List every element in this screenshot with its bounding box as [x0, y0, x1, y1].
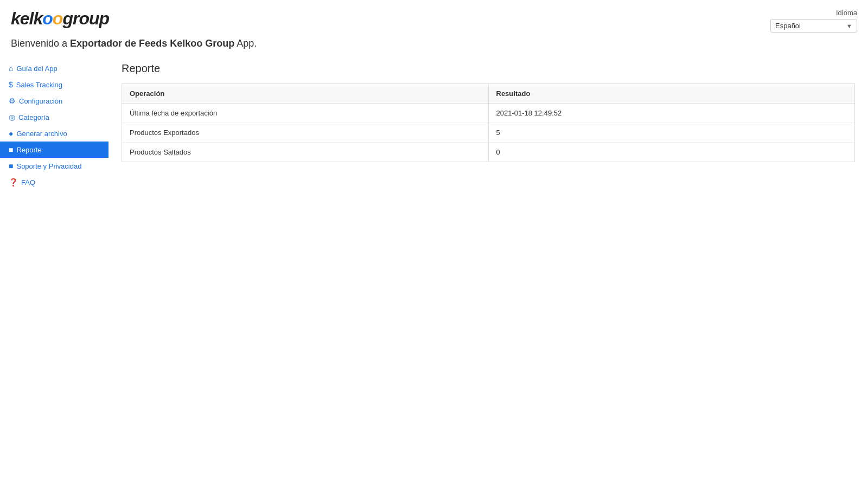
- cell-resultado-1: 5: [488, 123, 855, 143]
- report-icon: ■: [9, 145, 13, 154]
- language-section: Idioma Español ▼: [770, 9, 857, 33]
- chevron-down-icon: ▼: [846, 23, 852, 29]
- logo-text-kelk: kelk: [11, 9, 42, 28]
- main-content: Reporte Operación Resultado Última fecha…: [108, 58, 868, 192]
- language-selected-value: Español: [775, 22, 801, 30]
- report-table: Operación Resultado Última fecha de expo…: [122, 84, 855, 162]
- welcome-suffix: App.: [234, 38, 257, 49]
- sidebar-item-sales-tracking[interactable]: $ Sales Tracking: [0, 76, 108, 93]
- logo-group: group: [62, 9, 109, 28]
- sidebar-item-guia-label: Guía del App: [16, 65, 57, 73]
- logo-o2: o: [53, 9, 63, 28]
- welcome-bold: Exportador de Feeds Kelkoo Group: [70, 38, 234, 49]
- file-icon: ●: [9, 129, 13, 138]
- dollar-icon: $: [9, 80, 13, 89]
- logo-o1: o: [42, 9, 53, 28]
- logo: kelkoogroup: [11, 9, 109, 29]
- home-icon: ⌂: [9, 64, 13, 73]
- sidebar-item-reporte[interactable]: ■ Reporte: [0, 142, 108, 158]
- cell-resultado-2: 0: [488, 143, 855, 162]
- sidebar-item-reporte-label: Reporte: [16, 146, 41, 154]
- section-title: Reporte: [122, 62, 855, 75]
- cell-operacion-1: Productos Exportados: [122, 123, 489, 143]
- sidebar: ⌂ Guía del App $ Sales Tracking ⚙ Config…: [0, 58, 108, 192]
- column-header-operacion: Operación: [122, 84, 489, 104]
- cell-operacion-0: Última fecha de exportación: [122, 104, 489, 123]
- table-row: Productos Exportados5: [122, 123, 855, 143]
- column-header-resultado: Resultado: [488, 84, 855, 104]
- logo-area: kelkoogroup: [11, 9, 109, 29]
- main-layout: ⌂ Guía del App $ Sales Tracking ⚙ Config…: [0, 58, 868, 192]
- sidebar-item-faq-label: FAQ: [21, 178, 35, 187]
- language-selector[interactable]: Español ▼: [770, 19, 857, 33]
- sidebar-item-sales-tracking-label: Sales Tracking: [16, 81, 62, 89]
- welcome-message: Bienvenido a Exportador de Feeds Kelkoo …: [0, 33, 868, 58]
- table-header-row: Operación Resultado: [122, 84, 855, 104]
- cell-operacion-2: Productos Saltados: [122, 143, 489, 162]
- welcome-prefix: Bienvenido a: [11, 38, 70, 49]
- sidebar-item-guia[interactable]: ⌂ Guía del App: [0, 60, 108, 76]
- sidebar-item-generar-archivo[interactable]: ● Generar archivo: [0, 125, 108, 142]
- sidebar-item-configuracion-label: Configuración: [19, 97, 62, 105]
- table-row: Última fecha de exportación2021-01-18 12…: [122, 104, 855, 123]
- support-icon: ■: [9, 162, 13, 170]
- sidebar-item-categoria[interactable]: ◎ Categoría: [0, 109, 108, 125]
- table-row: Productos Saltados0: [122, 143, 855, 162]
- cell-resultado-0: 2021-01-18 12:49:52: [488, 104, 855, 123]
- header: kelkoogroup Idioma Español ▼: [0, 0, 868, 33]
- sidebar-item-faq[interactable]: ❓ FAQ: [0, 174, 108, 190]
- sidebar-item-soporte[interactable]: ■ Soporte y Privacidad: [0, 158, 108, 174]
- sidebar-item-configuracion[interactable]: ⚙ Configuración: [0, 93, 108, 109]
- sidebar-item-categoria-label: Categoría: [18, 113, 49, 121]
- faq-icon: ❓: [9, 178, 18, 187]
- sidebar-item-generar-archivo-label: Generar archivo: [16, 130, 67, 138]
- sidebar-item-soporte-label: Soporte y Privacidad: [16, 162, 81, 170]
- gear-icon: ⚙: [9, 97, 16, 105]
- language-label: Idioma: [770, 9, 857, 17]
- category-icon: ◎: [9, 113, 15, 121]
